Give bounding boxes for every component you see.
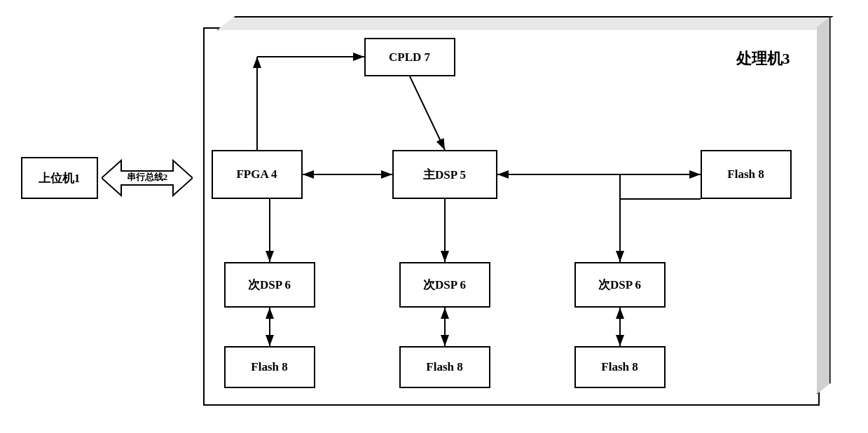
cpld-label: CPLD 7 bbox=[389, 50, 430, 64]
fpga-label: FPGA 4 bbox=[236, 167, 277, 181]
cpld-box: CPLD 7 bbox=[364, 38, 455, 76]
sub-dsp-right-box: 次DSP 6 bbox=[574, 262, 666, 308]
serial-bus: 串行总线2 bbox=[102, 153, 193, 202]
main-dsp-box: 主DSP 5 bbox=[392, 150, 497, 199]
fpga-box: FPGA 4 bbox=[212, 150, 303, 199]
main-dsp-label: 主DSP 5 bbox=[423, 167, 466, 183]
sub-dsp-left-box: 次DSP 6 bbox=[224, 262, 315, 308]
host-box: 上位机1 bbox=[21, 157, 98, 199]
flash-left-label: Flash 8 bbox=[251, 360, 287, 374]
diagram-container: 处理机3 bbox=[21, 13, 848, 420]
flash-right-label: Flash 8 bbox=[601, 360, 638, 374]
flash-center-label: Flash 8 bbox=[426, 360, 462, 374]
flash-left-box: Flash 8 bbox=[224, 346, 315, 388]
flash-right-box: Flash 8 bbox=[574, 346, 666, 388]
flash-top-right-box: Flash 8 bbox=[701, 150, 792, 199]
flash-top-right-label: Flash 8 bbox=[727, 167, 764, 181]
sub-dsp-center-box: 次DSP 6 bbox=[399, 262, 490, 308]
sub-dsp-center-label: 次DSP 6 bbox=[423, 277, 466, 293]
sub-dsp-right-label: 次DSP 6 bbox=[598, 277, 641, 293]
sub-dsp-left-label: 次DSP 6 bbox=[248, 277, 291, 293]
processor-label: 处理机3 bbox=[736, 48, 790, 69]
svg-text:串行总线2: 串行总线2 bbox=[126, 172, 167, 182]
flash-center-box: Flash 8 bbox=[399, 346, 490, 388]
host-label: 上位机1 bbox=[39, 170, 81, 186]
